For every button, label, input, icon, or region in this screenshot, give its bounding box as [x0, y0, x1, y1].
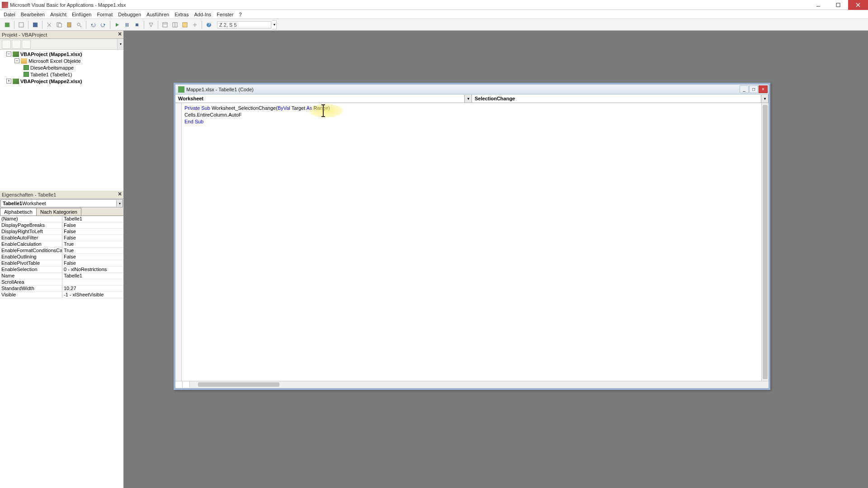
combo-arrow-icon[interactable]: ▾ — [116, 200, 123, 206]
property-row[interactable]: EnableCalculationTrue — [0, 241, 123, 248]
property-value[interactable]: False — [62, 260, 123, 266]
menu-fenster[interactable]: Fenster — [217, 12, 233, 17]
property-row[interactable]: EnableSelection0 - xlNoRestrictions — [0, 267, 123, 273]
menu-addins[interactable]: Add-Ins — [194, 12, 211, 17]
tree-folder-excel-objects[interactable]: − Microsoft Excel Objekte — [1, 57, 123, 64]
property-row[interactable]: DisplayPageBreaksFalse — [0, 222, 123, 229]
minimize-button[interactable] — [808, 0, 828, 10]
property-value[interactable] — [62, 279, 123, 285]
object-dropdown[interactable]: Worksheet ▾ — [175, 94, 472, 103]
property-value[interactable]: 10,27 — [62, 286, 123, 291]
property-value[interactable]: True — [62, 248, 123, 253]
run-button[interactable] — [113, 20, 122, 29]
property-name: DisplayPageBreaks — [0, 222, 62, 228]
break-button[interactable] — [123, 20, 132, 29]
dropdown-arrow-icon[interactable]: ▾ — [464, 95, 472, 103]
property-row[interactable]: (Name)Tabelle1 — [0, 216, 123, 222]
properties-grid[interactable]: (Name)Tabelle1DisplayPageBreaksFalseDisp… — [0, 216, 123, 488]
code-window-maximize[interactable]: □ — [749, 85, 758, 93]
expand-icon[interactable]: − — [14, 58, 19, 63]
undo-button[interactable] — [89, 20, 98, 29]
help-button[interactable]: ? — [204, 20, 213, 29]
property-value[interactable]: False — [62, 254, 123, 260]
properties-object-combo[interactable]: Tabelle1 Worksheet ▾ — [0, 199, 123, 207]
project-panel-close[interactable]: × — [116, 30, 123, 38]
menu-debuggen[interactable]: Debuggen — [118, 12, 141, 17]
property-value[interactable]: False — [62, 235, 123, 241]
project-explorer-button[interactable] — [160, 20, 170, 29]
maximize-button[interactable] — [828, 0, 848, 10]
view-object-button[interactable] — [12, 40, 21, 49]
view-excel-button[interactable] — [3, 20, 12, 29]
save-button[interactable] — [31, 20, 40, 29]
code-editor[interactable]: Private Sub Worksheet_SelectionChange(By… — [182, 103, 761, 381]
property-row[interactable]: EnableAutoFilterFalse — [0, 235, 123, 241]
close-button[interactable] — [848, 0, 868, 10]
code-window-minimize[interactable]: _ — [740, 85, 749, 93]
dropdown-arrow-icon[interactable]: ▾ — [761, 95, 768, 103]
property-value[interactable]: Tabelle1 — [62, 273, 123, 279]
svg-text:?: ? — [208, 22, 210, 27]
property-row[interactable]: EnableOutliningFalse — [0, 254, 123, 260]
tab-alphabetisch[interactable]: Alphabetisch — [0, 208, 37, 216]
property-row[interactable]: ScrollArea — [0, 279, 123, 286]
menu-format[interactable]: Format — [97, 12, 113, 17]
property-value[interactable]: -1 - xlSheetVisible — [62, 292, 123, 298]
reset-button[interactable] — [132, 20, 142, 29]
tree-item-diesearbeitsmappe[interactable]: DieseArbeitsmappe — [1, 64, 123, 71]
code-window-titlebar[interactable]: Mappe1.xlsx - Tabelle1 (Code) _ □ × — [175, 84, 769, 94]
cursor-pos-dropdown[interactable]: ▾ — [272, 20, 277, 29]
menu-ausfuehren[interactable]: Ausführen — [146, 12, 169, 17]
menu-bearbeiten[interactable]: Bearbeiten — [21, 12, 45, 17]
redo-button[interactable] — [99, 20, 108, 29]
project-tree[interactable]: − VBAProject (Mappe1.xlsx) − Microsoft E… — [0, 50, 123, 191]
tree-item-tabelle1[interactable]: Tabelle1 (Tabelle1) — [1, 71, 123, 78]
tree-project-1[interactable]: − VBAProject (Mappe1.xlsx) — [1, 51, 123, 57]
property-value[interactable]: False — [62, 222, 123, 228]
vertical-scrollbar[interactable] — [761, 103, 769, 381]
procedure-dropdown[interactable]: SelectionChange ▾ — [472, 94, 769, 103]
property-name: DisplayRightToLeft — [0, 229, 62, 235]
property-row[interactable]: StandardWidth10,27 — [0, 286, 123, 292]
property-name: (Name) — [0, 216, 62, 222]
menu-datei[interactable]: Datei — [4, 12, 15, 17]
design-mode-button[interactable] — [146, 20, 156, 29]
full-module-view-button[interactable] — [183, 381, 190, 388]
project-scroll-button[interactable]: ▾ — [117, 39, 123, 49]
property-row[interactable]: EnablePivotTableFalse — [0, 260, 123, 267]
view-code-button[interactable] — [2, 40, 11, 49]
expand-icon[interactable]: − — [6, 52, 11, 56]
menu-ansicht[interactable]: Ansicht — [50, 12, 66, 17]
tree-project-2[interactable]: + VBAProject (Mappe2.xlsx) — [1, 78, 123, 84]
property-value[interactable]: False — [62, 229, 123, 235]
folder-icon — [21, 58, 27, 64]
svg-rect-11 — [67, 23, 71, 27]
property-value[interactable]: Tabelle1 — [62, 216, 123, 222]
property-row[interactable]: Visible-1 - xlSheetVisible — [0, 292, 123, 298]
properties-window-button[interactable] — [170, 20, 179, 29]
property-row[interactable]: EnableFormatConditionsCalcTrue — [0, 248, 123, 254]
menu-einfuegen[interactable]: Einfügen — [72, 12, 91, 17]
insert-button[interactable] — [17, 20, 26, 29]
horizontal-scrollbar[interactable] — [190, 381, 769, 388]
object-browser-button[interactable] — [180, 20, 189, 29]
menu-extras[interactable]: Extras — [175, 12, 189, 17]
property-row[interactable]: NameTabelle1 — [0, 273, 123, 279]
toggle-folders-button[interactable] — [22, 40, 31, 49]
toolbox-button[interactable] — [190, 20, 199, 29]
property-value[interactable]: True — [62, 241, 123, 247]
menu-help[interactable]: ? — [239, 12, 242, 17]
properties-panel-close[interactable]: × — [116, 190, 123, 197]
cursor-position-box: Z 2, S 5 — [217, 21, 271, 28]
procedure-view-button[interactable] — [175, 381, 183, 388]
code-window: Mappe1.xlsx - Tabelle1 (Code) _ □ × Work… — [174, 83, 770, 390]
expand-icon[interactable]: + — [6, 79, 11, 84]
cut-button[interactable] — [45, 20, 54, 29]
copy-button[interactable] — [55, 20, 64, 29]
code-window-close[interactable]: × — [759, 85, 768, 93]
tab-nach-kategorien[interactable]: Nach Kategorien — [36, 208, 81, 216]
paste-button[interactable] — [65, 20, 74, 29]
property-row[interactable]: DisplayRightToLeftFalse — [0, 229, 123, 235]
property-value[interactable]: 0 - xlNoRestrictions — [62, 267, 123, 272]
find-button[interactable] — [75, 20, 84, 29]
